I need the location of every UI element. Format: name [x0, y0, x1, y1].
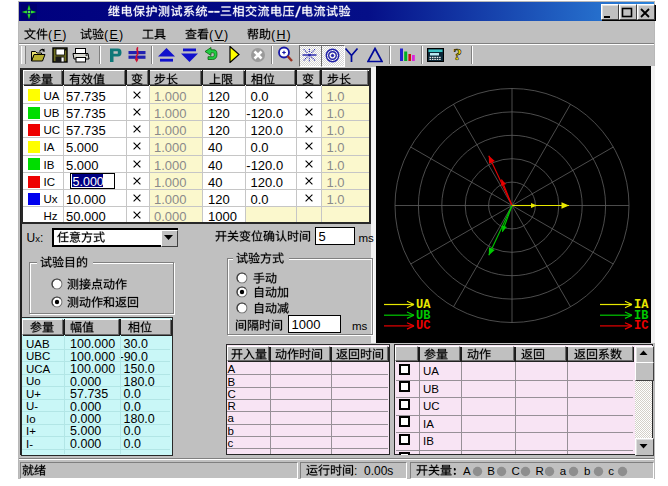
svg-text:UC: UC [416, 319, 430, 333]
svg-text:?: ? [453, 46, 462, 63]
svg-text:IC: IC [634, 319, 648, 333]
